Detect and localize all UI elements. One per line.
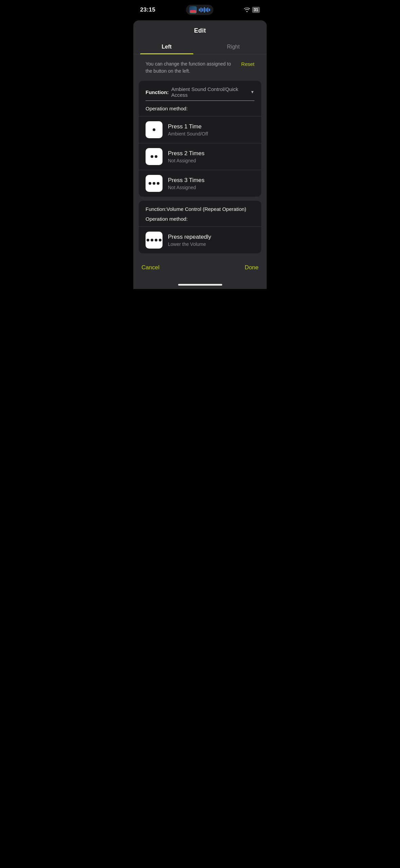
cancel-button[interactable]: Cancel [141, 264, 159, 271]
battery-indicator: 31 [252, 7, 260, 13]
function-label: Function: [146, 89, 169, 95]
wifi-icon [244, 7, 250, 12]
press-2-text: Press 2 Times Not Assigned [168, 150, 205, 163]
section1-card: Function: Ambient Sound Control/Quick Ac… [139, 81, 261, 197]
modal-title: Edit [140, 27, 260, 34]
press-1-title: Press 1 Time [168, 123, 208, 130]
press-1-icon [146, 121, 163, 138]
bottom-bar: Cancel Done [133, 257, 267, 281]
press-3-times-item[interactable]: Press 3 Times Not Assigned [139, 170, 261, 197]
press-2-times-item[interactable]: Press 2 Times Not Assigned [139, 143, 261, 170]
main-content: You can change the function assigned to … [133, 54, 267, 253]
function-value: Ambient Sound Control/Quick Access [171, 86, 250, 98]
status-right: 31 [244, 7, 260, 13]
description-section: You can change the function assigned to … [139, 54, 261, 81]
press-repeat-icon [146, 232, 163, 249]
modal-container: Edit Left Right You can change the funct… [133, 20, 267, 289]
press-1-time-item[interactable]: Press 1 Time Ambient Sound/Off [139, 116, 261, 143]
press-3-text: Press 3 Times Not Assigned [168, 177, 205, 190]
home-bar [178, 284, 222, 286]
modal-header: Edit [133, 20, 267, 34]
press-2-title: Press 2 Times [168, 150, 205, 157]
press-3-title: Press 3 Times [168, 177, 205, 184]
press-1-text: Press 1 Time Ambient Sound/Off [168, 123, 208, 137]
status-bar: 23:15 31 [133, 0, 267, 18]
status-time: 23:15 [140, 6, 155, 13]
volume-function-label: Function:Volume Control (Repeat Operatio… [139, 201, 261, 216]
status-center-pill [186, 5, 213, 15]
operation-method-label: Operation method: [139, 106, 261, 116]
dropdown-arrow-icon: ▼ [250, 90, 254, 94]
press-1-subtitle: Ambient Sound/Off [168, 131, 208, 137]
press-2-subtitle: Not Assigned [168, 158, 205, 163]
section2-card: Function:Volume Control (Repeat Operatio… [139, 201, 261, 253]
press-repeat-text: Press repeatedly Lower the Volume [168, 234, 211, 247]
press-3-icon [146, 175, 163, 192]
description-text: You can change the function assigned to … [146, 60, 238, 75]
function-selector[interactable]: Function: Ambient Sound Control/Quick Ac… [146, 86, 254, 101]
press-2-icon [146, 148, 163, 165]
press-3-subtitle: Not Assigned [168, 185, 205, 190]
done-button[interactable]: Done [245, 264, 259, 271]
home-indicator [133, 281, 267, 289]
app-icon [189, 6, 197, 14]
function-row: Function: Ambient Sound Control/Quick Ac… [139, 81, 261, 101]
volume-operation-method-label: Operation method: [139, 216, 261, 227]
reset-button[interactable]: Reset [241, 60, 254, 67]
tabs-container: Left Right [133, 40, 267, 54]
sound-wave-icon [199, 7, 210, 13]
press-repeatedly-item[interactable]: Press repeatedly Lower the Volume [139, 227, 261, 253]
tab-left[interactable]: Left [133, 40, 200, 54]
press-repeat-title: Press repeatedly [168, 234, 211, 240]
tab-right[interactable]: Right [200, 40, 267, 54]
press-repeat-subtitle: Lower the Volume [168, 241, 211, 247]
